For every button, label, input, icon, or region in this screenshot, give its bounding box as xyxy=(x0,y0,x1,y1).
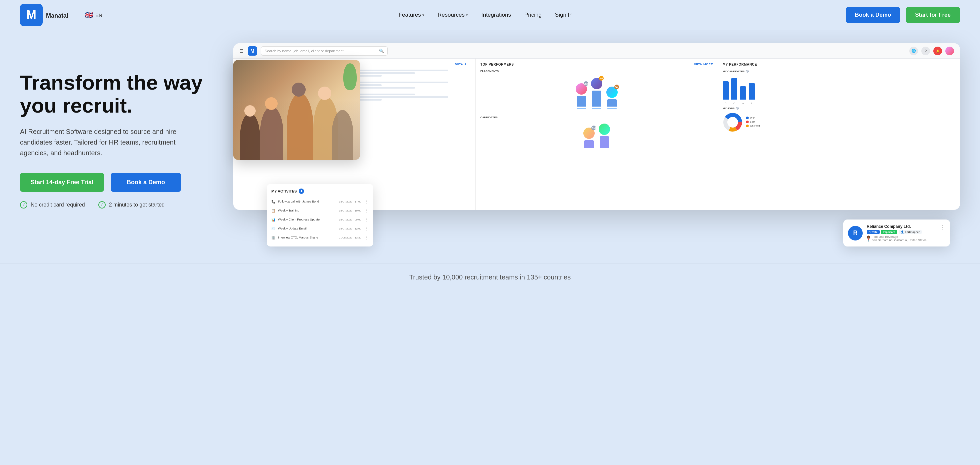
search-icon: 🔍 xyxy=(379,49,384,53)
mock-topbar-icons: 🌐 ? 🔔 xyxy=(909,47,954,55)
nav-integrations[interactable]: Integrations xyxy=(481,12,511,18)
perf-labels: C O A P xyxy=(723,102,955,105)
trusted-text: Trusted by 10,000 recruitment teams in 1… xyxy=(409,273,571,281)
phone-icon: 📞 xyxy=(271,200,275,203)
my-candidates-label: MY CANDIDATES ⓘ xyxy=(723,70,955,73)
activities-title: MY ACTIVITES + xyxy=(271,189,369,194)
badge-two-minutes: ✓ 2 minutes to get started xyxy=(98,201,165,208)
important-tag: Important xyxy=(881,230,897,234)
mock-logo-icon: M xyxy=(248,46,257,56)
cand-bar-1 xyxy=(600,136,609,148)
nav-signin[interactable]: Sign In xyxy=(555,12,573,18)
nav-links: Features ▾ Resources ▾ Integrations Pric… xyxy=(126,12,846,18)
head-1 xyxy=(244,105,256,117)
placements-label: PLACEMENTS xyxy=(480,70,713,73)
activities-panel: MY ACTIVITES + 📞 Followup call with Jame… xyxy=(267,184,373,246)
candidates-row: 2nd xyxy=(480,120,713,152)
activity-item-3: 📊 Weekly Client Progress Update 18/07/20… xyxy=(271,215,369,224)
person-silhouette-1 xyxy=(240,113,260,160)
info-icon: ⓘ xyxy=(746,70,749,73)
plant-decor xyxy=(343,63,357,90)
activity-item-1: 📞 Followup call with James Bond 13/07/20… xyxy=(271,197,369,206)
cand-avatar-1 xyxy=(599,124,610,135)
check-icon: ✓ xyxy=(98,201,106,208)
logo-icon: M xyxy=(20,4,43,26)
briefcase-icon: 💼 xyxy=(867,235,870,238)
my-jobs-label: MY JOBS ⓘ xyxy=(723,106,955,110)
language-selector[interactable]: 🇬🇧 EN xyxy=(82,9,106,21)
mock-topbar: ☰ M Search by name, job, email, client o… xyxy=(233,43,960,59)
activity-item-5: 🏢 Interview CTO: Marcus Shane 01/08/2022… xyxy=(271,233,369,242)
hamburger-icon[interactable]: ☰ xyxy=(239,48,243,54)
trusted-section: Trusted by 10,000 recruitment teams in 1… xyxy=(0,263,980,294)
more-options-icon[interactable]: ⋮ xyxy=(364,226,369,231)
head-4 xyxy=(318,87,331,100)
performer-2nd: 2nd xyxy=(576,83,587,109)
more-options-icon[interactable]: ⋮ xyxy=(364,199,369,204)
rank-3-badge: 3rd xyxy=(614,85,619,89)
interview-icon: 🏢 xyxy=(271,236,275,240)
top-performers-title: TOP PERFORMERS View more xyxy=(480,63,713,66)
person-silhouette-3 xyxy=(287,93,313,160)
cand-2nd: 2nd xyxy=(583,128,595,148)
perf-bar-created xyxy=(723,81,729,100)
book-demo-hero-button[interactable]: Book a Demo xyxy=(111,173,181,192)
donut-chart xyxy=(723,112,743,132)
user-tag: 👤 Christopher xyxy=(899,230,922,234)
start-trial-button[interactable]: Start 14-day Free Trial xyxy=(20,173,104,192)
more-options-icon[interactable]: ⋮ xyxy=(364,208,369,213)
nav-features[interactable]: Features ▾ xyxy=(399,12,424,18)
mock-search-bar[interactable]: Search by name, job, email, client or de… xyxy=(261,46,388,56)
add-activity-button[interactable]: + xyxy=(299,189,304,194)
perf-bar-added xyxy=(740,86,746,100)
performer-bar-3 xyxy=(607,99,617,106)
nav-actions: Book a Demo Start for Free xyxy=(846,7,960,23)
flag-icon: 🇬🇧 xyxy=(85,11,93,19)
cand-avatar-2: 2nd xyxy=(583,128,595,139)
my-performance-title: MY PERFORMANCE xyxy=(723,63,955,66)
photo-overlay xyxy=(233,60,360,160)
performer-avatar-2: 2nd xyxy=(576,83,587,95)
globe-icon: 🌐 xyxy=(909,47,918,55)
hero-left: Transform the way you recruit. AI Recrui… xyxy=(20,71,213,208)
performer-1st: 1st xyxy=(591,78,602,109)
location-icon: 📍 xyxy=(867,238,870,242)
performer-bar-1 xyxy=(592,90,601,106)
donut-legend: Won Lost On Hold xyxy=(746,116,760,128)
logo[interactable]: M Manatal xyxy=(20,4,68,26)
notification-icon: 🔔 xyxy=(933,47,942,55)
hero-badges: ✓ No credit card required ✓ 2 minutes to… xyxy=(20,201,213,208)
nav-pricing[interactable]: Pricing xyxy=(524,12,542,18)
performer-3rd: 3rd xyxy=(606,87,618,109)
view-all-link[interactable]: View all xyxy=(455,63,471,66)
chevron-down-icon: ▾ xyxy=(422,13,424,17)
hero-right: ☰ M Search by name, job, email, client o… xyxy=(233,43,960,236)
rank-2-badge: 2nd xyxy=(584,81,588,86)
company-name: Reliance Company Ltd. xyxy=(867,224,936,229)
start-for-free-button[interactable]: Start for Free xyxy=(906,7,960,23)
head-2 xyxy=(265,97,278,110)
more-options-icon[interactable]: ⋮ xyxy=(364,235,369,240)
badge-no-credit-card: ✓ No credit card required xyxy=(20,201,85,208)
my-performance-column: MY PERFORMANCE MY CANDIDATES ⓘ C O xyxy=(718,59,960,210)
language-label: EN xyxy=(95,12,102,18)
company-tags: Private Important 👤 Christopher xyxy=(867,230,936,234)
training-icon: 📋 xyxy=(271,209,275,213)
top-performers-column: TOP PERFORMERS View more PLACEMENTS 2nd xyxy=(476,59,718,210)
candidates-label: CANDIDATES xyxy=(480,116,713,119)
email-icon: ✉️ xyxy=(271,227,275,230)
perf-bar-owned xyxy=(731,78,737,100)
company-info: Reliance Company Ltd. Private Important … xyxy=(867,224,936,242)
company-avatar: R xyxy=(848,226,863,241)
performers-row: 2nd 1st xyxy=(480,75,713,113)
book-demo-button[interactable]: Book a Demo xyxy=(846,7,900,23)
chevron-down-icon: ▾ xyxy=(466,13,468,17)
meeting-photo xyxy=(233,60,360,160)
view-more-link[interactable]: View more xyxy=(694,63,713,66)
private-tag: Private xyxy=(867,230,880,234)
company-industry: 💼 Food and Beverage xyxy=(867,235,936,238)
nav-resources[interactable]: Resources ▾ xyxy=(438,12,468,18)
performer-bar-2 xyxy=(577,96,586,106)
company-more-options[interactable]: ⋮ xyxy=(940,224,945,230)
more-options-icon[interactable]: ⋮ xyxy=(364,217,369,222)
